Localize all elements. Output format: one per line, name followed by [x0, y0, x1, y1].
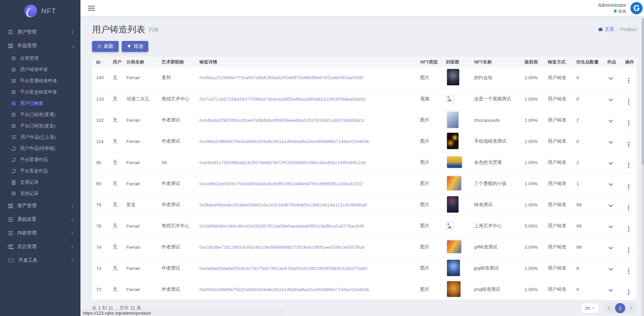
expand-works-chevron-icon[interactable] [609, 160, 613, 165]
expand-works-chevron-icon[interactable] [609, 139, 613, 144]
filter-button[interactable]: 筛选 [122, 41, 148, 52]
cell-user: 无 [111, 258, 125, 279]
prev-page-button[interactable] [605, 304, 614, 313]
tx-hash-link[interactable]: 0xd16cf6e716129d142842481c6e568696682735… [199, 245, 364, 250]
expand-works-chevron-icon[interactable] [609, 203, 613, 207]
cover-thumbnail[interactable] [446, 239, 462, 254]
grid-icon [12, 135, 16, 139]
row-actions-kebab-icon[interactable] [628, 184, 629, 185]
sidebar-item-5[interactable]: 平台盲盒铸造申请 [0, 86, 80, 98]
row-actions-kebab-icon[interactable] [628, 226, 629, 228]
row-actions-kebab-icon[interactable] [628, 163, 629, 164]
sidebar-item-19[interactable]: 开发工具 [0, 254, 80, 267]
sidebar-item-1[interactable]: 作品管理 [0, 39, 80, 53]
row-actions-kebab-icon[interactable] [628, 290, 629, 291]
user-avatar[interactable]: G [630, 1, 643, 15]
bars-icon [8, 217, 13, 218]
cover-thumbnail[interactable] [446, 280, 462, 298]
expand-works-chevron-icon[interactable] [609, 224, 613, 228]
sort-asc-icon: ↑ [102, 60, 104, 65]
cell-derivatives: 2 [575, 152, 606, 173]
expand-works-chevron-icon[interactable] [609, 266, 613, 271]
online-dot-icon [614, 10, 617, 13]
cover-thumbnail[interactable] [446, 175, 462, 191]
sidebar-item-12[interactable]: 平台盲盒作品 [0, 165, 80, 176]
next-page-button[interactable] [626, 304, 635, 313]
cover-image [447, 260, 460, 276]
tx-hash-link[interactable]: 0xf9ded45eedec02a8e05db81da141b1bd676b9a… [199, 202, 367, 207]
expand-works-chevron-icon[interactable] [609, 245, 613, 249]
cell-derivatives: 2 [575, 110, 606, 131]
sidebar-item-9[interactable]: 用户作品(已上架) [0, 131, 80, 143]
tx-hash-link[interactable]: 0x3a968060c046c46c42e056357f01da59e0aede… [199, 224, 364, 229]
cover-thumbnail[interactable] [446, 68, 460, 86]
cell-works [606, 279, 624, 300]
sidebar-item-13[interactable]: 交易记录 [0, 176, 80, 188]
cell-royalty: 1.00% [523, 110, 546, 131]
sidebar-item-10[interactable]: 用户作品(待审核) [0, 143, 80, 154]
row-actions-kebab-icon[interactable] [628, 99, 629, 101]
cell-user: 无 [111, 131, 125, 152]
row-actions-kebab-icon[interactable] [628, 120, 629, 122]
expand-works-chevron-icon[interactable] [609, 287, 613, 292]
cell-royalty: 1.00% [523, 88, 546, 110]
scrollbar-thumb[interactable] [642, 18, 644, 165]
sidebar-item-11[interactable]: 平台普通作品 [0, 154, 80, 165]
sidebar-item-label: 交易记录 [20, 179, 74, 185]
sidebar-item-3[interactable]: 用户铸造申请 [0, 64, 80, 75]
page-scrollbar[interactable] [642, 18, 644, 316]
expand-works-chevron-icon[interactable] [609, 182, 613, 186]
tx-hash-link[interactable]: 0xced641be925fc755d48f0d0a6a5cb0f915611d… [199, 181, 363, 186]
cell-derivatives: 1 [575, 173, 606, 194]
column-header-0[interactable]: ID↑ [92, 57, 111, 67]
tx-hash-link[interactable]: 0x494d2c6669a75b32abb0c934a6c451a149a9ad… [199, 287, 369, 292]
page-size-select[interactable]: 20 [581, 303, 599, 313]
table-row: 90无Ferrari作者测试0xced641be925fc755d48f0d0a… [92, 173, 637, 194]
sidebar-item-8[interactable]: 平台已铸造(盲盒) [0, 120, 80, 131]
tx-hash-link[interactable]: 0x494d2c6669a75b32abb0c934a6c451a149a9ad… [199, 139, 369, 144]
column-header-3: 艺术家昵称 [160, 57, 198, 67]
sidebar-item-0[interactable]: 用户管理 [0, 25, 80, 39]
cover-thumbnail[interactable] [446, 195, 460, 214]
bars-icon [12, 79, 16, 80]
sidebar-toggle-icon[interactable] [88, 6, 95, 6]
tx-hash-link[interactable]: 0xd4d3f1c75b399ba623c597484623872f5200dd… [199, 160, 366, 165]
cover-thumbnail[interactable] [446, 155, 463, 169]
sidebar-item-4[interactable]: 平台普通铸造申请 [0, 75, 80, 86]
tx-hash-link[interactable]: 0xf4ba12f1944be773ca947d5b6269a8c0f2e697… [199, 75, 363, 80]
sidebar-item-7[interactable]: 平台已铸造(普通) [0, 109, 80, 120]
tx-hash-link[interactable]: 0xdadde93da6e0593e317b175dc7801ae678a052… [199, 266, 367, 271]
expand-works-chevron-icon[interactable] [609, 118, 613, 123]
row-actions-kebab-icon[interactable] [628, 78, 629, 79]
expand-works-chevron-icon[interactable] [609, 75, 613, 80]
cover-thumbnail[interactable] [446, 259, 461, 277]
cell-nft-type: 图片 [419, 67, 445, 88]
sidebar-item-6[interactable]: 用户已铸造 [0, 98, 80, 109]
sidebar-item-17[interactable]: 内容管理 [0, 226, 80, 240]
row-actions-kebab-icon[interactable] [628, 247, 629, 249]
sidebar: NFT 用户管理作品管理分类管理用户铸造申请平台普通铸造申请平台盲盒铸造申请用户… [0, 0, 80, 316]
sidebar-item-14[interactable]: 竞拍记录 [0, 188, 80, 199]
brand-logo[interactable]: NFT [0, 0, 80, 22]
row-actions-kebab-icon[interactable] [628, 205, 629, 206]
sidebar-item-18[interactable]: 后台管理 [0, 240, 80, 254]
cover-thumbnail[interactable] [446, 132, 460, 150]
sidebar-item-15[interactable]: 资产管理 [0, 199, 80, 213]
page-1-button[interactable]: 1 [615, 303, 625, 313]
cell-category: Ferrari [125, 279, 161, 300]
refresh-button[interactable]: 刷新 [92, 41, 119, 52]
row-actions-kebab-icon[interactable] [628, 142, 629, 143]
bars-thick-icon [8, 204, 13, 205]
cell-id: 132 [92, 110, 111, 131]
tx-hash-link[interactable]: 0xd4fa6a20603fb5cd3ce47d5b6dce0fb608eeab… [199, 118, 364, 123]
sidebar-item-2[interactable]: 分类管理 [0, 53, 80, 64]
tx-hash-link[interactable]: 0xf7a37c2b57258435477096dd73b4cecd655ef6… [199, 97, 366, 102]
bars-icon [12, 68, 16, 69]
sidebar-item-16[interactable]: 系统设置 [0, 213, 80, 226]
row-actions-kebab-icon[interactable] [628, 269, 629, 270]
breadcrumb-home-link[interactable]: 主页 [598, 26, 614, 32]
cover-thumbnail[interactable] [446, 111, 460, 129]
sidebar-item-label: 用户已铸造 [20, 100, 74, 106]
cell-mint-method: 用户铸造 [546, 152, 575, 173]
expand-works-chevron-icon[interactable] [609, 97, 613, 101]
